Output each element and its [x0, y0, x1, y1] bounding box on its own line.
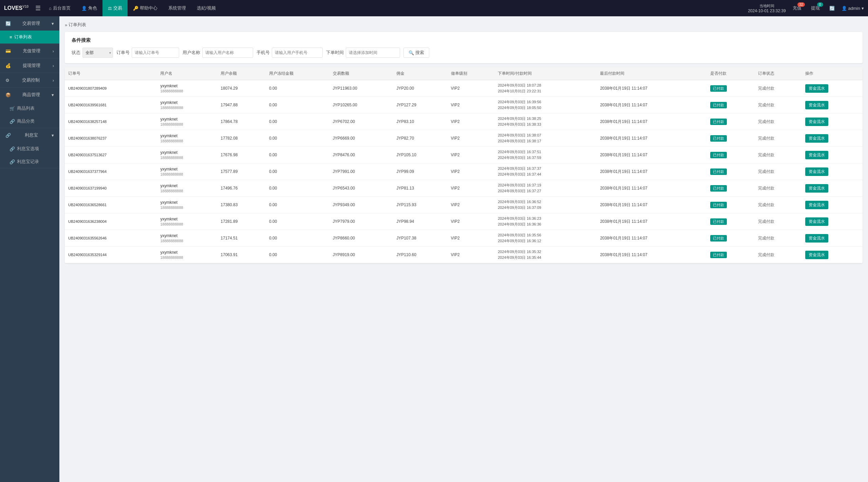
nav-item-video[interactable]: 选妃/视频	[191, 0, 221, 16]
recharge-button[interactable]: 充值 32	[790, 4, 804, 13]
cell-times: 2024年09月03日 16:38:25 2024年09月03日 16:38:3…	[494, 113, 597, 130]
cell-order-no: UB2409031635562646	[65, 230, 157, 247]
cell-commission: JYP110.60	[393, 247, 447, 263]
sidebar-group-control[interactable]: ⚙ 交易控制 ›	[0, 73, 59, 87]
cell-last-pay-time: 2038年01月19日 11:14:07	[597, 163, 707, 180]
time-input[interactable]	[346, 48, 400, 58]
sidebar-group-trade-management[interactable]: 🔄 交易管理 ▾	[0, 16, 59, 31]
withdraw-button[interactable]: 提现 0	[808, 4, 823, 13]
admin-menu[interactable]: 👤 admin ▾	[842, 6, 864, 11]
cell-order-no: UB2409031637513627	[65, 147, 157, 163]
table-row: UB2409031637377964 yxymknet 18888888888 …	[65, 163, 863, 180]
table-row: UB2409031636238004 yxymknet 18888888888 …	[65, 213, 863, 230]
fund-flow-button[interactable]: 资金流水	[805, 167, 828, 176]
chevron-right-icon: ›	[53, 63, 54, 68]
cell-trade-amount: JYP7979.00	[329, 213, 393, 230]
cell-balance: 17782.08	[217, 130, 266, 147]
breadcrumb-text: 订单列表	[69, 22, 86, 28]
search-row: 状态 全部 已付款 未付款 完成付款 ▾ 订单号	[72, 48, 856, 58]
cell-frozen: 0.00	[266, 163, 329, 180]
sidebar-group-recharge[interactable]: 💳 充值管理 ›	[0, 44, 59, 58]
sidebar-group-interest[interactable]: 🔗 利息宝 ▾	[0, 128, 59, 142]
sidebar-item-interest-records[interactable]: 🔗 利息宝记录	[0, 155, 59, 168]
table-row: UB2409031635562646 yxymknet 18888888888 …	[65, 230, 863, 247]
cell-level: VIP2	[448, 230, 495, 247]
sidebar-item-interest-options[interactable]: 🔗 利息宝选项	[0, 142, 59, 155]
chevron-down-icon: ▾	[862, 6, 864, 11]
nav-item-home[interactable]: ⌂ 后台首页	[43, 0, 76, 16]
cell-is-paid: 已付款	[707, 163, 755, 180]
table-row: UB2409031638257148 yxymknet 18888888888 …	[65, 113, 863, 130]
fund-flow-button[interactable]: 资金流水	[805, 251, 828, 259]
sidebar-item-product-category[interactable]: 🔗 商品分类	[0, 115, 59, 128]
sidebar-item-orders[interactable]: ≡ 订单列表	[0, 31, 59, 43]
cell-username: yxymknet 18888888888	[157, 230, 217, 247]
cell-level: VIP2	[448, 213, 495, 230]
col-username: 用户名	[157, 67, 217, 80]
cell-is-paid: 已付款	[707, 80, 755, 97]
fund-flow-button[interactable]: 资金流水	[805, 151, 828, 159]
fund-flow-button[interactable]: 资金流水	[805, 118, 828, 126]
paid-badge: 已付款	[710, 168, 727, 175]
cell-frozen: 0.00	[266, 113, 329, 130]
cell-frozen: 0.00	[266, 97, 329, 113]
menu-toggle-icon[interactable]: ☰	[35, 4, 41, 12]
refresh-button[interactable]: 🔄	[827, 4, 837, 12]
cell-balance: 17380.83	[217, 197, 266, 213]
nav-item-help[interactable]: 🔑 帮助中心	[128, 0, 163, 16]
fund-flow-button[interactable]: 资金流水	[805, 234, 828, 243]
nav-item-trade[interactable]: ⚖ 交易	[102, 0, 128, 16]
fund-flow-button[interactable]: 资金流水	[805, 217, 828, 226]
cell-is-paid: 已付款	[707, 247, 755, 263]
recharge-badge: 32	[797, 2, 805, 7]
nav-item-system[interactable]: 系统管理	[163, 0, 191, 16]
cell-status: 完成付款	[755, 180, 802, 197]
app-logo: LOVESV10	[4, 5, 29, 11]
status-label: 状态	[72, 50, 80, 56]
order-no-input[interactable]	[132, 48, 179, 58]
cell-last-pay-time: 2038年01月19日 11:14:07	[597, 147, 707, 163]
fund-flow-button[interactable]: 资金流水	[805, 101, 828, 109]
cell-username: yxymknet 18888888888	[157, 147, 217, 163]
fund-flow-button[interactable]: 资金流水	[805, 184, 828, 193]
search-button[interactable]: 🔍 搜索	[403, 48, 429, 58]
status-select[interactable]: 全部 已付款 未付款 完成付款	[82, 48, 113, 58]
sidebar-group-withdraw[interactable]: 💰 提现管理 ›	[0, 58, 59, 73]
cell-level: VIP2	[448, 147, 495, 163]
cell-frozen: 0.00	[266, 230, 329, 247]
nav-time: 当地时间 2024-10-01 23:32:39	[748, 3, 786, 13]
cell-level: VIP2	[448, 130, 495, 147]
cell-order-no: UB2409031638257148	[65, 113, 157, 130]
paid-badge: 已付款	[710, 202, 727, 208]
sidebar: 🔄 交易管理 ▾ ≡ 订单列表 💳 充值管理 › 💰 提现管理 ›	[0, 16, 59, 482]
cell-trade-amount: JYP9349.00	[329, 197, 393, 213]
cell-order-no: UB2409031638076237	[65, 130, 157, 147]
cell-trade-amount: JYP10265.00	[329, 97, 393, 113]
cell-order-no: UB2409031636238004	[65, 213, 157, 230]
cell-action: 资金流水	[802, 147, 863, 163]
col-last-pay-time: 最后付款时间	[597, 67, 707, 80]
sidebar-section-trade: 🔄 交易管理 ▾ ≡ 订单列表	[0, 16, 59, 44]
cell-balance: 17947.88	[217, 97, 266, 113]
cell-status: 完成付款	[755, 80, 802, 97]
cell-last-pay-time: 2038年01月19日 11:14:07	[597, 97, 707, 113]
cell-status: 完成付款	[755, 147, 802, 163]
sidebar-section-interest: 🔗 利息宝 ▾ 🔗 利息宝选项 🔗 利息宝记录	[0, 128, 59, 168]
sidebar-group-product[interactable]: 📦 商品管理 ▾	[0, 88, 59, 102]
sidebar-item-product-list[interactable]: 🛒 商品列表	[0, 102, 59, 115]
cell-status: 完成付款	[755, 197, 802, 213]
top-navigation: LOVESV10 ☰ ⌂ 后台首页 👤 角色 ⚖ 交易 🔑 帮助中心 系统管理 …	[0, 0, 868, 16]
col-balance: 用户余额	[217, 67, 266, 80]
username-input[interactable]	[202, 48, 253, 58]
fund-flow-button[interactable]: 资金流水	[805, 201, 828, 209]
interest-icon: 🔗	[5, 133, 11, 138]
cell-action: 资金流水	[802, 130, 863, 147]
phone-input[interactable]	[272, 48, 323, 58]
nav-item-role[interactable]: 👤 角色	[76, 0, 102, 16]
cell-action: 资金流水	[802, 113, 863, 130]
home-icon: ⌂	[49, 6, 52, 11]
cell-frozen: 0.00	[266, 247, 329, 263]
fund-flow-button[interactable]: 资金流水	[805, 134, 828, 143]
fund-flow-button[interactable]: 资金流水	[805, 84, 828, 93]
trade-mgmt-icon: 🔄	[5, 21, 11, 26]
